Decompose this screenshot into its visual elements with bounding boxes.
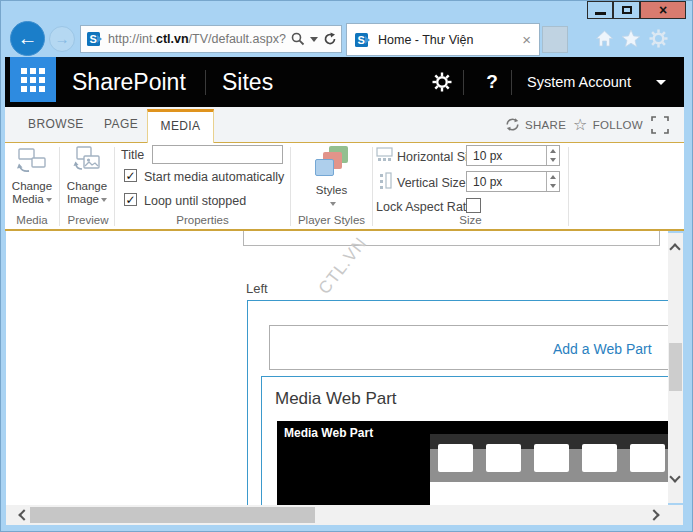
tab-browse[interactable]: BROWSE — [28, 107, 84, 142]
webpart-zone-label: Left — [246, 281, 268, 296]
lock-aspect-ratio-label: Lock Aspect Ratio — [376, 200, 476, 214]
tab-page[interactable]: PAGE — [104, 107, 138, 142]
new-tab-button[interactable] — [542, 26, 568, 53]
refresh-icon[interactable] — [323, 32, 337, 46]
help-button[interactable]: ? — [479, 57, 505, 107]
window-minimize-button[interactable] — [587, 1, 613, 19]
media-webpart-title: Media Web Part — [275, 389, 397, 409]
forward-arrow-icon: → — [55, 30, 70, 47]
group-divider — [568, 147, 569, 226]
sharepoint-tab-icon: S — [355, 32, 371, 48]
sites-link[interactable]: Sites — [222, 57, 273, 107]
svg-text:S: S — [358, 34, 365, 46]
title-label: Title — [121, 148, 144, 162]
lock-aspect-ratio-checkbox[interactable] — [466, 198, 481, 213]
minimize-icon — [595, 12, 606, 15]
horizontal-scroll-thumb[interactable] — [30, 507, 315, 523]
close-icon: × — [659, 2, 667, 18]
browser-back-button[interactable]: ← — [10, 21, 45, 56]
loop-checkbox[interactable]: ✓ — [124, 193, 137, 206]
follow-star-icon: ☆ — [573, 117, 588, 133]
loop-label: Loop until stopped — [144, 194, 246, 208]
svg-text:S: S — [90, 33, 97, 45]
maximize-icon — [622, 6, 632, 14]
change-image-icon — [71, 145, 103, 177]
follow-button[interactable]: ☆ FOLLOW — [573, 107, 643, 142]
film-frame — [630, 444, 665, 472]
styles-button[interactable]: Styles — [291, 146, 372, 210]
dropdown-caret-icon — [330, 202, 336, 206]
scroll-down-icon[interactable] — [669, 471, 680, 482]
browser-tab[interactable]: S Home - Thư Viện × — [346, 23, 540, 56]
dropdown-caret-icon — [101, 198, 107, 202]
change-media-button[interactable]: Change Media — [6, 145, 58, 206]
film-frame — [534, 444, 569, 472]
focus-on-content-icon[interactable] — [651, 116, 669, 134]
start-media-checkbox[interactable]: ✓ — [124, 169, 137, 182]
spin-up-icon[interactable] — [550, 175, 556, 179]
horizontal-size-spinner[interactable] — [546, 146, 559, 165]
browser-window: { "titlebar": { "close_glyph": "×" }, "n… — [0, 0, 693, 532]
film-frame — [438, 444, 473, 472]
suite-bar: SharePoint Sites ? System Account — [5, 57, 684, 107]
window-maximize-button[interactable] — [613, 1, 640, 19]
site-settings-gear-icon[interactable] — [432, 72, 452, 92]
suite-divider — [511, 70, 512, 95]
media-player[interactable]: Media Web Part — [277, 421, 430, 505]
change-image-button[interactable]: Change Image — [61, 145, 113, 206]
film-frame — [582, 444, 617, 472]
tab-title: Home - Thư Viện — [378, 33, 515, 47]
suite-divider — [205, 70, 206, 95]
scroll-left-icon[interactable] — [18, 509, 29, 520]
browser-forward-button[interactable]: → — [49, 26, 75, 52]
sharepoint-brand[interactable]: SharePoint — [72, 57, 186, 107]
account-menu[interactable]: System Account — [527, 57, 631, 107]
search-icon[interactable] — [291, 32, 305, 46]
home-icon[interactable] — [595, 29, 614, 48]
window-close-button[interactable]: × — [640, 1, 686, 19]
spin-down-icon[interactable] — [550, 184, 556, 188]
add-webpart-link[interactable]: Add a Web Part — [553, 341, 652, 357]
share-button[interactable]: SHARE — [505, 107, 566, 142]
vertical-size-spinner[interactable] — [546, 172, 559, 191]
account-caret-icon[interactable] — [656, 80, 666, 85]
vertical-scrollbar[interactable] — [668, 233, 683, 503]
vertical-size-input-wrap — [466, 171, 560, 192]
suite-divider — [463, 70, 464, 95]
waffle-icon — [21, 68, 27, 74]
url-text[interactable]: http://int.ctl.vn/TV/default.aspx?Pa — [108, 32, 286, 46]
partial-element-above — [243, 231, 660, 246]
horizontal-size-input[interactable] — [467, 146, 545, 165]
sharepoint-logo-icon: S — [87, 31, 103, 47]
tab-media[interactable]: MEDIA — [147, 109, 214, 143]
change-media-icon — [16, 145, 48, 177]
ribbon: Change Media Media Change Image Preview … — [5, 142, 684, 231]
horizontal-size-input-wrap — [466, 145, 560, 166]
scroll-right-icon[interactable] — [648, 509, 659, 520]
horizontal-scrollbar[interactable] — [6, 505, 683, 525]
start-media-label: Start media automatically — [144, 170, 284, 184]
spin-up-icon[interactable] — [550, 149, 556, 153]
title-input[interactable] — [152, 145, 283, 164]
vertical-scroll-thumb[interactable] — [669, 343, 682, 391]
settings-gear-icon[interactable] — [649, 29, 668, 48]
scroll-up-icon[interactable] — [669, 243, 680, 254]
vertical-size-input[interactable] — [467, 172, 545, 191]
address-dropdown-icon[interactable] — [310, 37, 318, 42]
address-bar[interactable]: S http://int.ctl.vn/TV/default.aspx?Pa — [80, 25, 342, 53]
media-player-title: Media Web Part — [284, 426, 373, 440]
film-strip-graphic — [430, 421, 668, 505]
share-icon — [505, 117, 520, 132]
ribbon-tab-row: BROWSE PAGE MEDIA SHARE ☆ FOLLOW — [5, 107, 684, 142]
page-content: CTL.VN Left Add a Web Part Media Web Par… — [6, 231, 668, 505]
back-arrow-icon: ← — [18, 27, 38, 49]
group-divider — [59, 147, 60, 226]
favorites-star-icon[interactable] — [621, 29, 641, 48]
group-label-size: Size — [373, 214, 568, 226]
tab-close-icon[interactable]: × — [522, 32, 531, 47]
styles-icon — [313, 146, 351, 180]
group-label-player-styles: Player Styles — [291, 214, 372, 226]
app-launcher-button[interactable] — [10, 57, 56, 102]
dropdown-caret-icon — [46, 198, 52, 202]
spin-down-icon[interactable] — [550, 158, 556, 162]
